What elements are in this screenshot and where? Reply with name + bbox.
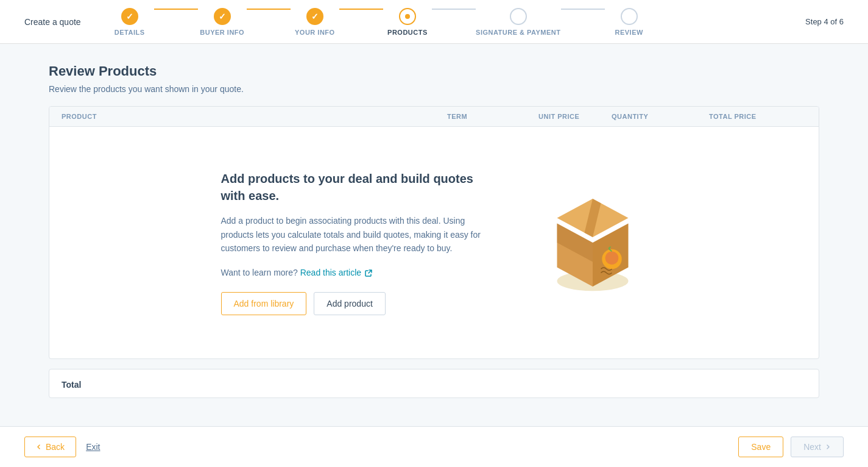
action-buttons: Add from library Add product bbox=[221, 292, 489, 315]
box-illustration bbox=[538, 188, 647, 298]
step-products: PRODUCTS bbox=[383, 8, 432, 36]
col-quantity: QUANTITY bbox=[612, 113, 709, 120]
step-label-your-info: YOUR INFO bbox=[295, 29, 335, 36]
step-signature-payment: SIGNATURE & PAYMENT bbox=[476, 8, 560, 36]
header: Create a quote ✓ DETAILS ✓ BUYER INFO ✓ … bbox=[0, 0, 868, 44]
step-details: ✓ DETAILS bbox=[105, 8, 154, 36]
learn-more-prefix: Want to learn more? bbox=[221, 268, 298, 277]
read-article-text: Read this article bbox=[300, 268, 361, 277]
header-title: Create a quote bbox=[24, 17, 81, 27]
empty-text-content: Add products to your deal and build quot… bbox=[221, 170, 489, 315]
exit-button[interactable]: Exit bbox=[86, 442, 100, 452]
products-table: PRODUCT TERM UNIT PRICE QUANTITY TOTAL P… bbox=[49, 106, 819, 359]
back-button[interactable]: Back bbox=[24, 437, 76, 457]
step-label-details: DETAILS bbox=[115, 29, 145, 36]
learn-more-row: Want to learn more? Read this article bbox=[221, 268, 489, 277]
step-label-products: PRODUCTS bbox=[387, 29, 428, 36]
empty-description: Add a product to begin associating produ… bbox=[221, 214, 489, 255]
next-arrow-icon bbox=[825, 444, 831, 450]
next-label: Next bbox=[803, 442, 821, 452]
read-article-link[interactable]: Read this article bbox=[300, 268, 372, 277]
col-unit-price: UNIT PRICE bbox=[538, 113, 612, 120]
totals-section: Total bbox=[49, 369, 819, 398]
step-counter: Step 4 of 6 bbox=[805, 17, 844, 26]
footer-left: Back Exit bbox=[24, 437, 100, 457]
box-svg bbox=[538, 188, 647, 298]
empty-heading: Add products to your deal and build quot… bbox=[221, 170, 489, 204]
step-circle-details: ✓ bbox=[121, 8, 138, 25]
step-buyer-info: ✓ BUYER INFO bbox=[198, 8, 247, 36]
table-header: PRODUCT TERM UNIT PRICE QUANTITY TOTAL P… bbox=[49, 107, 819, 127]
step-label-signature-payment: SIGNATURE & PAYMENT bbox=[476, 29, 560, 36]
footer: Back Exit Save Next bbox=[0, 426, 868, 467]
add-product-button[interactable]: Add product bbox=[314, 292, 386, 315]
connector-2 bbox=[247, 9, 291, 10]
connector-5 bbox=[561, 9, 605, 10]
step-review: REVIEW bbox=[605, 8, 654, 36]
connector-1 bbox=[154, 9, 198, 10]
step-label-buyer-info: BUYER INFO bbox=[200, 29, 244, 36]
col-product: PRODUCT bbox=[62, 113, 447, 120]
stepper: ✓ DETAILS ✓ BUYER INFO ✓ YOUR INFO P bbox=[105, 8, 654, 36]
save-button[interactable]: Save bbox=[738, 437, 783, 457]
col-term: TERM bbox=[447, 113, 538, 120]
add-from-library-button[interactable]: Add from library bbox=[221, 292, 307, 315]
step-your-info: ✓ YOUR INFO bbox=[291, 8, 339, 36]
back-label: Back bbox=[46, 442, 65, 452]
step-circle-your-info: ✓ bbox=[306, 8, 323, 25]
empty-state: Add products to your deal and build quot… bbox=[49, 127, 819, 358]
step-label-review: REVIEW bbox=[615, 29, 643, 36]
connector-4 bbox=[432, 9, 476, 10]
step-circle-buyer-info: ✓ bbox=[214, 8, 231, 25]
next-button: Next bbox=[791, 437, 844, 457]
page-subtitle: Review the products you want shown in yo… bbox=[49, 84, 819, 94]
footer-right: Save Next bbox=[738, 437, 844, 457]
connector-3 bbox=[339, 9, 383, 10]
totals-label: Total bbox=[62, 380, 81, 390]
back-arrow-icon bbox=[36, 444, 42, 450]
step-circle-signature-payment bbox=[510, 8, 527, 25]
label-inner bbox=[605, 251, 618, 265]
page-title: Review Products bbox=[49, 63, 819, 79]
main-content: Review Products Review the products you … bbox=[0, 44, 868, 426]
col-total-price: TOTAL PRICE bbox=[709, 113, 806, 120]
external-link-icon bbox=[365, 269, 372, 277]
step-circle-products bbox=[399, 8, 416, 25]
step-circle-review bbox=[621, 8, 638, 25]
